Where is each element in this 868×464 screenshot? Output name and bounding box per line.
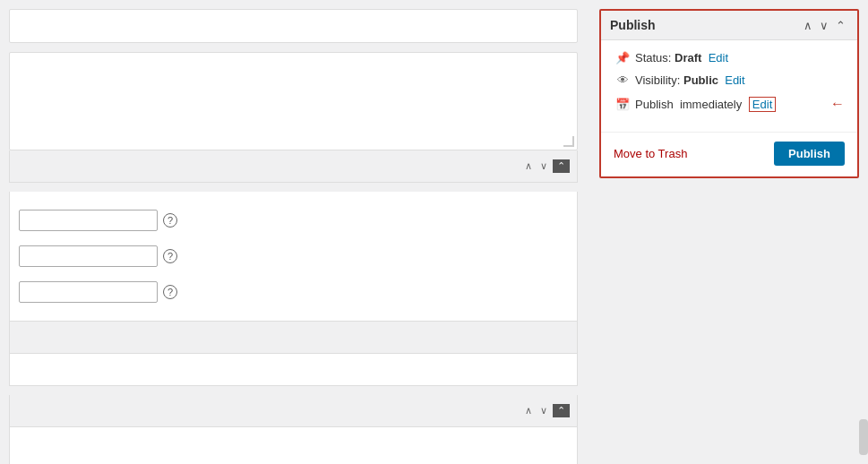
publish-title: Publish [610, 18, 801, 32]
main-content: ∧ ∨ ⌃ ? ? ? ∧ ∨ ⌃ [0, 0, 587, 464]
second-section-header: ∧ ∨ ⌃ [9, 395, 578, 427]
editor-area[interactable] [9, 52, 578, 150]
editor-section-header: ∧ ∨ ⌃ [9, 150, 578, 183]
publish-collapse-down-btn[interactable]: ∨ [817, 19, 831, 32]
publish-collapse-up-btn[interactable]: ∧ [801, 19, 815, 32]
bottom-white-area [9, 354, 578, 386]
arrow-indicator: ← [830, 96, 845, 112]
schedule-icon: 📅 [614, 98, 632, 111]
visibility-icon: 👁 [614, 73, 632, 87]
field-input-3[interactable] [19, 281, 158, 303]
second-up-arrow[interactable]: ∧ [522, 405, 535, 417]
schedule-value: immediately [680, 98, 742, 111]
field-row-3: ? [19, 281, 568, 303]
help-icon-1[interactable]: ? [163, 213, 177, 228]
status-text: Status: Draft Edit [635, 51, 845, 64]
second-expand-arrow[interactable]: ⌃ [553, 404, 570, 417]
visibility-text: Visibility: Public Edit [635, 73, 845, 87]
fields-panel: ? ? ? [9, 192, 578, 322]
second-white-area [9, 427, 578, 464]
publish-header-controls: ∧ ∨ ⌃ [801, 19, 848, 32]
editor-nav-arrows: ∧ ∨ ⌃ [522, 159, 570, 173]
visibility-label: Visibility: [635, 73, 680, 87]
publish-box: Publish ∧ ∨ ⌃ 📌 Status: Draft Edit 👁 [599, 9, 859, 178]
editor-down-arrow[interactable]: ∨ [537, 160, 550, 172]
publish-toggle-btn[interactable]: ⌃ [833, 19, 848, 32]
help-icon-3[interactable]: ? [163, 285, 177, 299]
schedule-row: 📅 Publish immediately Edit ← [614, 96, 845, 112]
title-input[interactable] [9, 9, 578, 43]
visibility-row: 👁 Visibility: Public Edit [614, 73, 845, 87]
publish-body: 📌 Status: Draft Edit 👁 Visibility: Publi… [601, 40, 857, 132]
second-down-arrow[interactable]: ∨ [537, 405, 550, 417]
status-edit-link[interactable]: Edit [709, 51, 728, 64]
status-label: Status: [635, 51, 671, 64]
scrollbar-stub[interactable] [859, 419, 868, 455]
move-to-trash-link[interactable]: Move to Trash [614, 147, 687, 160]
status-value: Draft [675, 51, 701, 64]
schedule-text: Publish immediately Edit [635, 98, 823, 111]
publish-sidebar: Publish ∧ ∨ ⌃ 📌 Status: Draft Edit 👁 [599, 9, 859, 178]
help-icon-2[interactable]: ? [163, 249, 177, 263]
schedule-edit-link[interactable]: Edit [749, 97, 776, 112]
schedule-label: Publish [635, 98, 674, 111]
second-nav-arrows: ∧ ∨ ⌃ [522, 404, 570, 417]
status-icon: 📌 [614, 51, 632, 64]
field-input-1[interactable] [19, 210, 158, 231]
publish-button[interactable]: Publish [774, 142, 845, 166]
visibility-edit-link[interactable]: Edit [725, 73, 744, 87]
editor-expand-arrow[interactable]: ⌃ [553, 159, 570, 173]
editor-up-arrow[interactable]: ∧ [522, 160, 535, 172]
publish-header: Publish ∧ ∨ ⌃ [601, 11, 857, 40]
fields-section-footer [9, 322, 578, 354]
visibility-value: Public [683, 73, 718, 87]
publish-footer: Move to Trash Publish [601, 132, 857, 176]
field-row-2: ? [19, 245, 568, 267]
field-row-1: ? [19, 210, 568, 231]
status-row: 📌 Status: Draft Edit [614, 51, 845, 64]
field-input-2[interactable] [19, 245, 158, 267]
